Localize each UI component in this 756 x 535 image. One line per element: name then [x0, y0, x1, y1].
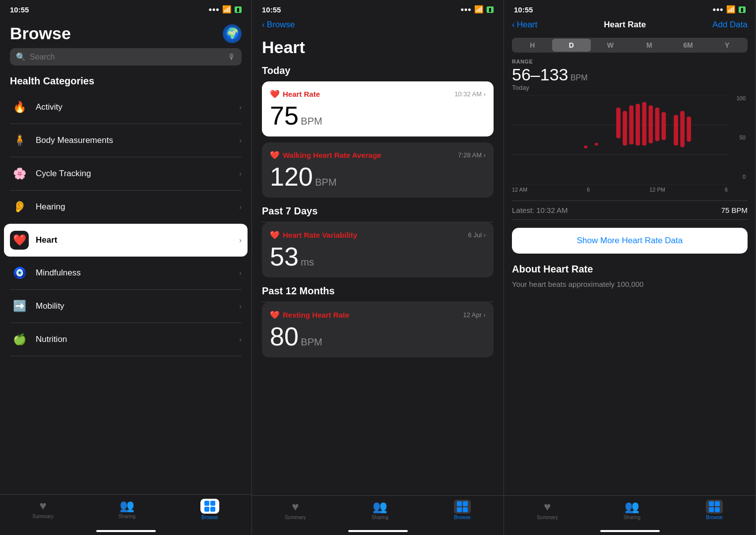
- resting-hr-title-row: ❤️ Resting Heart Rate: [270, 310, 349, 320]
- browse-box-1: [200, 499, 219, 514]
- hrv-header: ❤️ Heart Rate Variability 6 Jul ›: [270, 230, 486, 240]
- chevron-mindfulness: ›: [239, 269, 242, 277]
- show-more-button[interactable]: Show More Heart Rate Data: [512, 228, 748, 254]
- tab-sharing-2[interactable]: 👥 Sharing: [372, 500, 388, 520]
- heart-panel: 10:55 ●●● 📶 ▮ ‹ Browse Heart Today ❤️ He…: [252, 0, 504, 535]
- x-label-6: 6: [587, 187, 590, 193]
- category-item-cycle-tracking[interactable]: 🌸 Cycle Tracking ›: [10, 157, 242, 191]
- browse-grid-3: [709, 501, 720, 512]
- grid-dot-3-1: [709, 501, 714, 506]
- tab-browse-3[interactable]: Browse: [706, 500, 723, 520]
- home-indicator-1: [96, 530, 156, 532]
- tab-summary-3[interactable]: ♥ Summary: [537, 500, 558, 520]
- resting-hr-value: 80: [270, 322, 299, 351]
- svg-rect-5: [595, 143, 598, 146]
- walking-heart-rate-card[interactable]: ❤️ Walking Heart Rate Average 7:28 AM › …: [262, 142, 494, 198]
- status-bar-3: 10:55 ●●● 📶 ▮: [504, 0, 756, 16]
- heart-emoji-3: ❤️: [270, 230, 280, 240]
- walking-hr-time: 7:28 AM ›: [458, 151, 486, 159]
- category-list: 🔥 Activity › 🧍 Body Measurements › 🌸 Cyc…: [10, 91, 242, 356]
- category-label-nutrition: Nutrition: [36, 334, 239, 344]
- svg-rect-4: [584, 146, 587, 149]
- sharing-label-3: Sharing: [624, 515, 640, 520]
- time-tab-6M[interactable]: 6M: [669, 39, 708, 52]
- category-item-hearing[interactable]: 👂 Hearing ›: [10, 191, 242, 224]
- latest-value: 75 BPM: [721, 206, 748, 214]
- tab-sharing-3[interactable]: 👥 Sharing: [624, 500, 640, 520]
- battery-icon-3: ▮: [739, 6, 746, 13]
- tab-summary-1[interactable]: ♥ Summary: [32, 499, 54, 520]
- heart-rate-title: Heart Rate: [283, 90, 320, 98]
- hrv-card[interactable]: ❤️ Heart Rate Variability 6 Jul › 53 ms: [262, 222, 494, 277]
- home-indicator-3: [600, 530, 660, 532]
- add-data-button[interactable]: Add Data: [712, 20, 748, 30]
- mindfulness-icon: 🧿: [10, 264, 29, 282]
- category-item-nutrition[interactable]: 🍏 Nutrition ›: [10, 323, 242, 356]
- time-tab-D[interactable]: D: [552, 39, 591, 52]
- tab-bar-2: ♥ Summary 👥 Sharing Browse: [252, 495, 504, 530]
- wifi-icon-3: 📶: [726, 5, 736, 14]
- resting-hr-card[interactable]: ❤️ Resting Heart Rate 12 Apr › 80 BPM: [262, 302, 494, 357]
- category-item-heart[interactable]: ❤️ Heart ›: [4, 224, 248, 257]
- resting-hr-time: 12 Apr ›: [463, 311, 486, 319]
- time-tab-H[interactable]: H: [513, 39, 552, 52]
- walking-hr-title: Walking Heart Rate Average: [283, 151, 381, 159]
- status-icons-1: ●●● 📶 ▮: [208, 5, 242, 14]
- tab-sharing-1[interactable]: 👥 Sharing: [119, 499, 135, 520]
- resting-hr-unit: BPM: [301, 336, 322, 347]
- time-tab-W[interactable]: W: [591, 39, 630, 52]
- summary-label-2: Summary: [285, 515, 306, 520]
- back-heart[interactable]: ‹ Heart: [512, 20, 537, 30]
- home-indicator-2: [348, 530, 408, 532]
- globe-icon[interactable]: 🌍: [223, 24, 242, 43]
- browse-tab-label-3: Browse: [706, 515, 722, 520]
- summary-icon-3: ♥: [544, 500, 551, 514]
- svg-rect-10: [642, 102, 646, 146]
- tab-browse-2[interactable]: Browse: [454, 500, 471, 520]
- browse-title: Browse: [10, 24, 71, 43]
- grid-dot-2-1: [457, 501, 462, 506]
- chevron-activity: ›: [239, 103, 242, 111]
- time-tab-Y[interactable]: Y: [708, 39, 747, 52]
- hrv-title: Heart Rate Variability: [283, 231, 357, 239]
- heart-emoji-4: ❤️: [270, 310, 280, 320]
- grid-dot-4: [210, 507, 215, 512]
- sharing-label-2: Sharing: [372, 515, 388, 520]
- heart-emoji-1: ❤️: [270, 89, 280, 99]
- resting-hr-value-row: 80 BPM: [270, 324, 486, 349]
- resting-hr-header: ❤️ Resting Heart Rate 12 Apr ›: [270, 310, 486, 320]
- category-item-mindfulness[interactable]: 🧿 Mindfulness ›: [10, 257, 242, 290]
- browse-tab-label-1: Browse: [201, 515, 218, 520]
- summary-label-3: Summary: [537, 515, 558, 520]
- chevron-heart: ›: [239, 236, 242, 244]
- past12months-section: Past 12 Months: [262, 285, 494, 297]
- back-browse[interactable]: ‹ Browse: [262, 16, 494, 34]
- search-input[interactable]: [30, 53, 224, 62]
- wifi-icon-1: 📶: [222, 5, 232, 14]
- mobility-icon: ➡️: [10, 297, 29, 316]
- tab-browse-1[interactable]: Browse: [200, 499, 219, 520]
- grid-dot-2-3: [457, 507, 462, 512]
- hearing-icon: 👂: [10, 198, 29, 216]
- svg-rect-11: [649, 106, 653, 144]
- time-tab-M[interactable]: M: [630, 39, 669, 52]
- tab-bar-1: ♥ Summary 👥 Sharing Browse: [0, 494, 252, 530]
- grid-dot-1: [204, 501, 209, 506]
- past7days-section: Past 7 Days: [262, 205, 494, 217]
- tab-summary-2[interactable]: ♥ Summary: [285, 500, 306, 520]
- category-item-activity[interactable]: 🔥 Activity ›: [10, 91, 242, 124]
- grid-dot-3-4: [715, 507, 720, 512]
- heart-emoji-2: ❤️: [270, 150, 280, 160]
- heart-rate-value: 75: [270, 101, 299, 130]
- search-bar[interactable]: 🔍 🎙: [10, 48, 242, 66]
- chart-x-labels: 12 AM 6 12 PM 6: [512, 185, 728, 195]
- back-chevron-3: ‹: [512, 20, 515, 30]
- range-period: Today: [512, 84, 748, 91]
- about-title: About Heart Rate: [512, 264, 748, 275]
- category-item-mobility[interactable]: ➡️ Mobility ›: [10, 290, 242, 323]
- heart-page-title: Heart: [262, 38, 494, 57]
- grid-dot-2-4: [463, 507, 468, 512]
- heart-rate-card[interactable]: ❤️ Heart Rate 10:32 AM › 75 BPM: [262, 81, 494, 136]
- hrv-time: 6 Jul ›: [468, 231, 486, 239]
- category-item-body-measurements[interactable]: 🧍 Body Measurements ›: [10, 124, 242, 157]
